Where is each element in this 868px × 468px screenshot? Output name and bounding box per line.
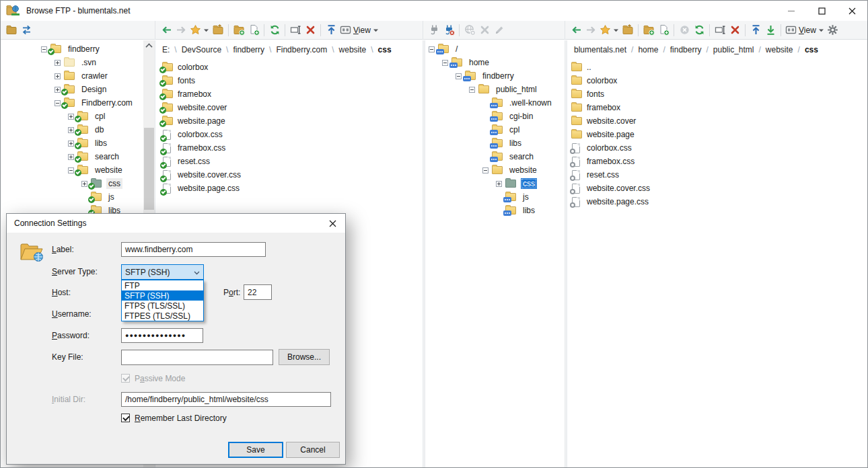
tree-item-cpl[interactable]: cpl bbox=[1, 110, 155, 123]
label-input[interactable]: www.findberry.com bbox=[121, 242, 266, 257]
breadcrumb-item[interactable]: blumentals.net bbox=[573, 44, 628, 56]
password-input[interactable]: ●●●●●●●●●●●●●● bbox=[121, 328, 203, 343]
expand-plus-box[interactable] bbox=[81, 181, 87, 187]
tree-item-design[interactable]: Design bbox=[1, 83, 155, 96]
collapse-minus-box[interactable] bbox=[41, 46, 47, 52]
tree-item-well-known[interactable]: .well-known bbox=[425, 96, 565, 110]
view-button[interactable]: View bbox=[784, 22, 826, 38]
folder-up-button[interactable] bbox=[211, 22, 225, 38]
upload-button[interactable] bbox=[748, 22, 763, 38]
port-input[interactable]: 22 bbox=[244, 284, 272, 300]
local-folder-icon[interactable] bbox=[4, 22, 19, 38]
minimize-button[interactable] bbox=[776, 1, 807, 21]
download-button[interactable] bbox=[763, 22, 778, 38]
favorites-button[interactable] bbox=[188, 22, 211, 38]
server-type-option[interactable]: FTPES (TLS/SSL) bbox=[122, 311, 203, 321]
tree-item-libs[interactable]: libs bbox=[425, 204, 565, 217]
rename-button[interactable] bbox=[713, 22, 727, 38]
tree-item-libs[interactable]: libs bbox=[425, 136, 565, 150]
breadcrumb-item[interactable]: E: bbox=[161, 44, 171, 56]
breadcrumb-item[interactable]: Findberry.com bbox=[275, 44, 328, 56]
new-file-button[interactable] bbox=[246, 22, 261, 38]
list-item[interactable]: website.cover bbox=[567, 114, 867, 128]
list-item[interactable]: website.cover.css bbox=[155, 168, 423, 182]
tree-item-search[interactable]: search bbox=[425, 150, 565, 163]
tree-item-website[interactable]: website bbox=[1, 163, 155, 177]
refresh-button[interactable] bbox=[692, 22, 707, 38]
list-item[interactable]: framebox.css bbox=[155, 141, 423, 155]
disconnect-button[interactable] bbox=[441, 22, 456, 38]
list-item[interactable]: website.page.css bbox=[567, 195, 867, 208]
expand-plus-box[interactable] bbox=[68, 154, 74, 160]
breadcrumb-item[interactable]: findberry bbox=[669, 44, 703, 56]
rename-button[interactable] bbox=[288, 22, 303, 38]
list-item[interactable]: reset.css bbox=[567, 168, 867, 182]
collapse-minus-box[interactable] bbox=[429, 46, 435, 52]
scrollbar-thumb[interactable] bbox=[144, 128, 154, 210]
new-file-button[interactable] bbox=[656, 22, 671, 38]
expand-plus-box[interactable] bbox=[68, 127, 74, 133]
list-item[interactable]: website.page bbox=[567, 128, 867, 141]
collapse-minus-box[interactable] bbox=[456, 73, 462, 79]
maximize-button[interactable] bbox=[807, 1, 837, 21]
cancel-button[interactable]: Cancel bbox=[286, 442, 340, 458]
list-item[interactable]: framebox.css bbox=[567, 155, 867, 168]
tree-item-cpl[interactable]: cpl bbox=[425, 123, 565, 136]
breadcrumb-item[interactable]: findberry bbox=[231, 44, 266, 56]
remember-last-directory-checkbox[interactable] bbox=[121, 414, 130, 422]
collapse-minus-box[interactable] bbox=[442, 60, 448, 66]
scroll-up-icon[interactable] bbox=[145, 42, 152, 48]
tree-item-js[interactable]: js bbox=[1, 190, 155, 204]
tree-item-cgi-bin[interactable]: cgi-bin bbox=[425, 110, 565, 123]
breadcrumb-item[interactable]: DevSource bbox=[180, 44, 223, 56]
delete-button[interactable] bbox=[303, 22, 318, 38]
expand-plus-box[interactable] bbox=[496, 181, 502, 187]
server-type-option[interactable]: FTP bbox=[122, 280, 203, 290]
tree-item-findberry[interactable]: findberry bbox=[1, 42, 155, 56]
close-button[interactable] bbox=[837, 1, 867, 21]
sync-direction-icon[interactable] bbox=[19, 22, 34, 38]
save-button[interactable]: Save bbox=[228, 442, 283, 458]
tree-item-svn[interactable]: .svn bbox=[1, 56, 155, 69]
back-button[interactable] bbox=[159, 22, 174, 38]
server-type-option[interactable]: FTPS (TLS/SSL) bbox=[122, 301, 203, 311]
delete-button[interactable] bbox=[727, 22, 742, 38]
list-item[interactable]: framebox bbox=[155, 87, 423, 101]
server-type-option[interactable]: SFTP (SSH) bbox=[122, 290, 203, 301]
expand-plus-box[interactable] bbox=[55, 60, 61, 66]
back-button[interactable] bbox=[569, 22, 583, 38]
list-item[interactable]: colorbox.css bbox=[155, 128, 423, 141]
tree-item-home[interactable]: home bbox=[425, 56, 565, 69]
list-item[interactable]: framebox bbox=[567, 101, 867, 114]
list-item[interactable]: colorbox bbox=[567, 74, 867, 87]
breadcrumb-item[interactable]: home bbox=[637, 44, 659, 56]
list-item[interactable]: website.page bbox=[155, 114, 423, 128]
list-item[interactable]: colorbox bbox=[155, 61, 423, 74]
expand-plus-box[interactable] bbox=[68, 141, 74, 147]
new-folder-button[interactable] bbox=[641, 22, 656, 38]
tree-item-findberry-com[interactable]: Findberry.com bbox=[1, 96, 155, 110]
tree-item-website[interactable]: website bbox=[425, 163, 565, 177]
tree-item-crawler[interactable]: crawler bbox=[1, 69, 155, 83]
list-item[interactable]: fonts bbox=[567, 87, 867, 101]
breadcrumb-item[interactable]: website bbox=[764, 44, 795, 56]
browse-button[interactable]: Browse... bbox=[279, 349, 330, 365]
tree-item-search[interactable]: search bbox=[1, 150, 155, 163]
folder-up-button[interactable] bbox=[620, 22, 635, 38]
breadcrumb-item[interactable]: website bbox=[338, 44, 368, 56]
key-file-input[interactable] bbox=[121, 350, 273, 365]
server-type-select[interactable]: SFTP (SSH) bbox=[121, 264, 204, 280]
list-item[interactable]: reset.css bbox=[155, 155, 423, 168]
view-button[interactable]: View bbox=[338, 22, 380, 38]
new-folder-button[interactable] bbox=[231, 22, 246, 38]
collapse-minus-box[interactable] bbox=[482, 167, 489, 173]
list-item[interactable]: website.cover bbox=[155, 101, 423, 114]
list-item[interactable]: website.cover.css bbox=[567, 182, 867, 195]
favorites-button[interactable] bbox=[598, 22, 620, 38]
collapse-minus-box[interactable] bbox=[469, 87, 475, 93]
tree-item-css[interactable]: css bbox=[425, 177, 565, 190]
breadcrumb-item[interactable]: public_html bbox=[712, 44, 756, 56]
tree-item-findberry[interactable]: findberry bbox=[425, 69, 565, 83]
tree-item-db[interactable]: db bbox=[1, 123, 155, 136]
settings-gear-button[interactable] bbox=[826, 22, 840, 38]
